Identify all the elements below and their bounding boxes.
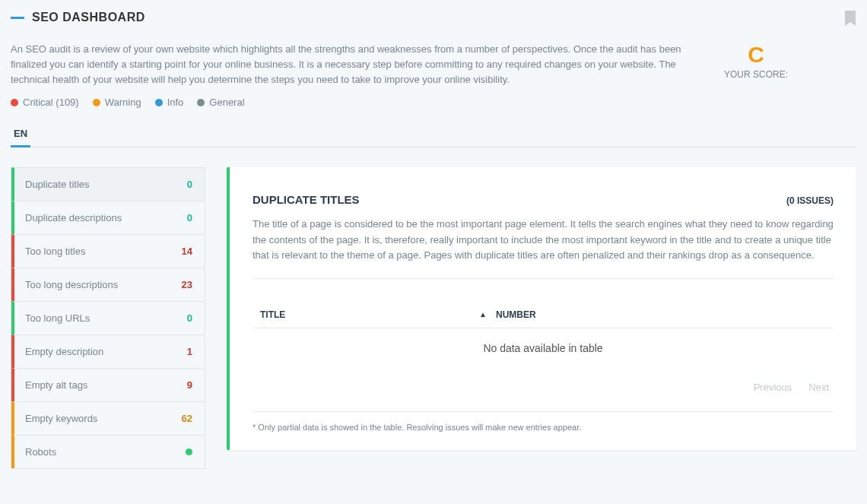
panel-issue-count: (0 ISSUES) xyxy=(786,195,834,206)
title-accent xyxy=(11,17,24,19)
sidebar-item[interactable]: Too long titles14 xyxy=(11,234,205,268)
legend-warning[interactable]: Warning xyxy=(93,97,141,108)
sidebar-item-count: 14 xyxy=(182,246,192,257)
dot-warning-icon xyxy=(93,99,100,106)
score-label: YOUR SCORE: xyxy=(710,69,802,80)
table-empty-message: No data available in table xyxy=(252,328,834,374)
detail-panel: DUPLICATE TITLES (0 ISSUES) The title of… xyxy=(227,167,856,449)
score-box: C YOUR SCORE: xyxy=(710,42,802,87)
sidebar-item-count: 9 xyxy=(187,379,192,391)
legend-critical-label: Critical (109) xyxy=(23,97,79,108)
legend-warning-label: Warning xyxy=(105,97,141,108)
divider xyxy=(252,411,834,412)
legend: Critical (109) Warning Info General xyxy=(11,97,856,108)
pager-previous[interactable]: Previous xyxy=(754,382,792,393)
sidebar-item-label: Too long descriptions xyxy=(25,279,118,290)
tabs: EN xyxy=(11,128,856,147)
sidebar-item-label: Empty description xyxy=(25,346,103,357)
pager: Previous Next xyxy=(252,374,834,407)
panel-description: The title of a page is considered to be … xyxy=(252,217,834,262)
page-title: SEO DASHBOARD xyxy=(32,11,145,24)
sidebar: Duplicate titles0Duplicate descriptions0… xyxy=(11,167,205,469)
legend-general-label: General xyxy=(209,97,244,108)
panel-title: DUPLICATE TITLES xyxy=(252,193,360,206)
sidebar-item-count: 23 xyxy=(182,279,192,290)
column-number-label: NUMBER xyxy=(496,309,536,320)
sidebar-item-label: Too long titles xyxy=(25,246,86,257)
sidebar-item-count: 1 xyxy=(187,346,192,357)
score-letter: C xyxy=(710,42,802,68)
sidebar-item-label: Robots xyxy=(25,446,56,458)
sidebar-item-count: 62 xyxy=(182,413,192,424)
dot-info-icon xyxy=(155,99,163,106)
legend-general[interactable]: General xyxy=(197,97,244,108)
sidebar-item-label: Duplicate titles xyxy=(25,179,90,190)
tab-en[interactable]: EN xyxy=(11,128,30,147)
sidebar-item[interactable]: Duplicate titles0 xyxy=(11,167,205,201)
sidebar-item[interactable]: Robots xyxy=(11,435,205,468)
bookmark-icon[interactable] xyxy=(844,11,856,28)
status-dot-icon xyxy=(186,449,192,455)
dot-general-icon xyxy=(197,99,205,106)
page-description: An SEO audit is a review of your own web… xyxy=(11,42,695,87)
pager-next[interactable]: Next xyxy=(808,382,829,393)
sidebar-item-label: Duplicate descriptions xyxy=(25,212,122,223)
sidebar-item[interactable]: Empty keywords62 xyxy=(11,401,205,435)
column-number[interactable]: NUMBER xyxy=(496,309,826,320)
sidebar-item[interactable]: Duplicate descriptions0 xyxy=(11,201,205,234)
sidebar-item[interactable]: Empty alt tags9 xyxy=(11,368,205,401)
sidebar-item[interactable]: Too long descriptions23 xyxy=(11,268,205,301)
legend-critical[interactable]: Critical (109) xyxy=(11,97,79,108)
panel-footnote: * Only partial data is showed in the tab… xyxy=(252,423,834,432)
sidebar-item-label: Too long URLs xyxy=(25,312,90,324)
sidebar-item[interactable]: Too long URLs0 xyxy=(11,301,205,334)
sidebar-item-label: Empty alt tags xyxy=(25,379,87,391)
sidebar-item[interactable]: Empty description1 xyxy=(11,334,205,368)
sidebar-item-label: Empty keywords xyxy=(25,413,97,424)
divider xyxy=(252,278,834,279)
dot-critical-icon xyxy=(11,99,18,106)
sidebar-item-count: 0 xyxy=(187,179,192,190)
sidebar-item-count: 0 xyxy=(187,212,192,223)
legend-info-label: Info xyxy=(167,97,184,108)
sidebar-item-count: 0 xyxy=(187,312,192,324)
column-title[interactable]: TITLE ▲ xyxy=(260,309,496,320)
legend-info[interactable]: Info xyxy=(155,97,184,108)
column-title-label: TITLE xyxy=(260,309,285,320)
table-header: TITLE ▲ NUMBER xyxy=(252,302,834,328)
sort-asc-icon: ▲ xyxy=(479,310,487,319)
